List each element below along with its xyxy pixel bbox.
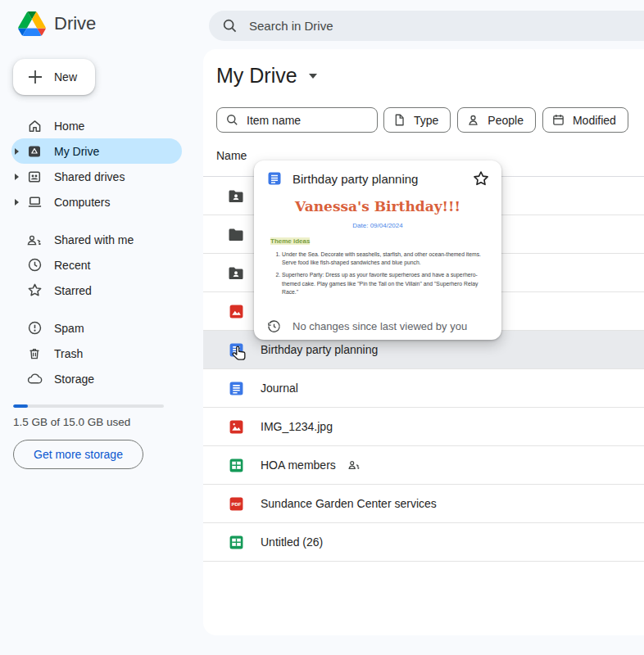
svg-text:PDF: PDF [231,502,241,507]
file-name: Sundance Garden Center services [261,497,437,510]
filter-modified[interactable]: Modified [542,107,628,133]
pdf-file-icon: PDF [228,495,244,512]
sidebar-item-shared-with-me[interactable]: Shared with me [11,227,182,252]
spam-icon [26,320,43,337]
preview-status-text: No changes since last viewed by you [293,320,467,332]
my-drive-icon [26,143,43,160]
search-icon [225,113,239,127]
shared-folder-icon [228,264,244,281]
calendar-icon [551,113,565,127]
filter-label: Modified [573,114,616,127]
file-name: HOA members [261,458,336,472]
filter-people[interactable]: People [457,107,536,133]
home-icon [26,118,43,134]
chevron-right-icon[interactable] [15,199,26,206]
get-more-storage-button[interactable]: Get more storage [13,440,143,469]
filter-chips: Item name Type People Modified [216,107,635,133]
filter-label: Item name [247,114,301,127]
sidebar-item-label: Storage [54,373,94,386]
file-row-sundance-pdf[interactable]: PDF Sundance Garden Center services [203,485,644,523]
doc-section-title: Theme ideas [270,237,310,245]
filter-type[interactable]: Type [383,107,451,133]
sidebar-item-label: Trash [54,347,83,360]
google-drive-window: Drive New Home My Drive [0,0,644,655]
file-name: IMG_1234.jpg [261,420,333,433]
history-icon [267,319,281,333]
sidebar-item-spam[interactable]: Spam [11,315,182,341]
new-button-label: New [54,70,77,84]
image-file-icon [228,418,244,435]
recent-icon [26,257,43,273]
sidebar-item-recent[interactable]: Recent [11,252,182,278]
doc-list-item: Under the Sea. Decorate with seashells, … [282,251,485,267]
drive-logo[interactable]: Drive [0,0,203,36]
file-row-journal[interactable]: Journal [203,369,644,408]
file-icon [392,113,406,127]
sidebar-item-shared-drives[interactable]: Shared drives [11,164,182,189]
chevron-down-icon [309,74,317,79]
search-icon [222,18,238,34]
page-title: My Drive [216,64,297,88]
shared-with-me-icon [26,232,43,248]
google-sheets-icon [228,534,244,550]
doc-theme-list: Under the Sea. Decorate with seashells, … [272,251,485,296]
google-docs-icon [228,380,244,396]
sidebar-nav: Home My Drive Shared drives [0,113,203,391]
document-preview: Vanessa's Birthday!!! Date: 09/04/2024 T… [254,196,501,312]
plus-icon [26,68,44,86]
filter-label: People [488,114,524,127]
hand-cursor-icon [230,345,249,364]
doc-list-item: Superhero Party: Dress up as your favori… [282,271,485,296]
computers-icon [26,194,43,210]
search-bar[interactable]: Search in Drive [209,11,644,41]
file-row-hoa-members[interactable]: HOA members [203,446,644,485]
filter-label: Type [414,114,438,127]
chevron-right-icon[interactable] [15,174,26,180]
view-title-dropdown[interactable]: My Drive [216,64,317,88]
sidebar-item-computers[interactable]: Computers [11,189,182,215]
storage-used-text: 1.5 GB of 15.0 GB used [13,416,166,428]
sidebar-item-label: Recent [54,259,90,272]
column-header-name[interactable]: Name [216,149,247,162]
trash-icon [26,346,43,362]
storage-block: 1.5 GB of 15.0 GB used Get more storage [13,404,166,469]
image-file-icon [228,303,244,319]
sidebar-item-label: Computers [54,196,110,209]
doc-heading: Vanessa's Birthday!!! [270,198,485,215]
sidebar-item-label: Spam [54,322,84,335]
file-preview-card: Birthday party planning Vanessa's Birthd… [254,160,501,340]
sidebar: Drive New Home My Drive [0,0,203,655]
sidebar-item-my-drive[interactable]: My Drive [11,138,182,164]
sidebar-item-trash[interactable]: Trash [11,341,182,366]
app-title: Drive [54,13,96,34]
preview-card-title: Birthday party planning [293,172,472,186]
search-placeholder: Search in Drive [249,19,333,33]
shared-people-icon [347,459,361,471]
file-row-untitled-26[interactable]: Untitled (26) [203,523,644,562]
shared-drives-icon [26,169,43,185]
storage-icon [26,371,43,387]
preview-card-header: Birthday party planning [254,160,501,196]
new-button[interactable]: New [13,59,95,95]
sidebar-item-label: Starred [54,284,92,297]
preview-card-footer: No changes since last viewed by you [254,312,501,340]
folder-icon [228,226,244,242]
storage-progress-fill [13,404,28,408]
sidebar-item-home[interactable]: Home [11,113,182,138]
google-sheets-icon [228,457,244,473]
chevron-right-icon[interactable] [15,148,26,155]
filter-item-name[interactable]: Item name [216,107,378,133]
shared-folder-icon [228,187,244,204]
file-row-img-1234[interactable]: IMG_1234.jpg [203,408,644,446]
storage-progress-bar [13,404,164,408]
sidebar-item-storage[interactable]: Storage [11,366,182,391]
sidebar-item-starred[interactable]: Starred [11,278,182,303]
google-docs-icon [267,171,282,186]
starred-icon [26,282,43,299]
drive-logo-icon [18,11,46,36]
star-icon[interactable] [472,169,490,187]
file-name: Journal [261,382,298,395]
main-panel: My Drive Item name Type People Modified … [203,49,644,635]
doc-date: Date: 09/04/2024 [270,222,485,229]
file-name: Birthday party planning [261,343,378,356]
